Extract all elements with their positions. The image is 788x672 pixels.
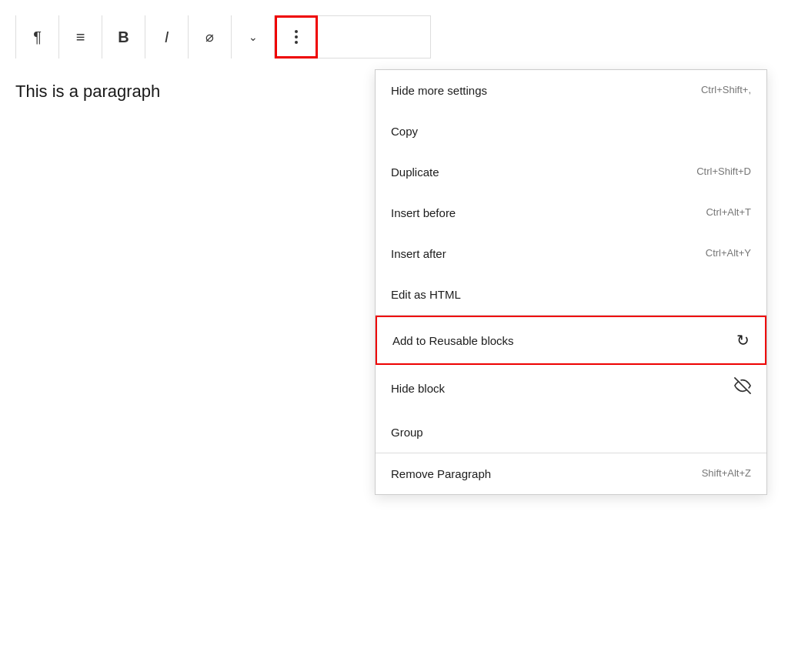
menu-item-remove-paragraph[interactable]: Remove Paragraph Shift+Alt+Z — [376, 453, 766, 494]
menu-item-duplicate[interactable]: Duplicate Ctrl+Shift+D — [376, 152, 766, 192]
menu-section-reusable: Add to Reusable blocks ↻ Hide block Grou… — [376, 316, 766, 453]
menu-item-group-label: Group — [391, 424, 423, 440]
menu-item-insert-after[interactable]: Insert after Ctrl+Alt+Y — [376, 233, 766, 274]
menu-item-remove-paragraph-label: Remove Paragraph — [391, 466, 491, 482]
italic-button[interactable]: I — [145, 15, 189, 59]
menu-section-remove: Remove Paragraph Shift+Alt+Z — [376, 453, 766, 494]
menu-item-insert-before[interactable]: Insert before Ctrl+Alt+T — [376, 192, 766, 233]
menu-item-edit-as-html[interactable]: Edit as HTML — [376, 274, 766, 315]
menu-item-hide-more-settings[interactable]: Hide more settings Ctrl+Shift+, — [376, 70, 766, 111]
paragraph-button[interactable]: ¶ — [16, 15, 59, 59]
menu-item-hide-more-settings-shortcut: Ctrl+Shift+, — [701, 83, 751, 97]
options-button[interactable] — [275, 15, 318, 59]
paragraph-icon: ¶ — [33, 28, 42, 46]
menu-item-copy[interactable]: Copy — [376, 111, 766, 152]
link-button[interactable]: ⌀ — [189, 15, 232, 59]
menu-item-remove-paragraph-shortcut: Shift+Alt+Z — [702, 466, 751, 480]
menu-item-copy-label: Copy — [391, 123, 418, 139]
italic-icon: I — [165, 28, 169, 46]
bold-button[interactable]: B — [102, 15, 145, 59]
reusable-blocks-icon: ↻ — [736, 329, 750, 351]
bold-icon: B — [118, 28, 129, 46]
menu-item-hide-more-settings-label: Hide more settings — [391, 82, 487, 99]
align-button[interactable]: ≡ — [59, 15, 102, 59]
chevron-button[interactable]: ⌄ — [232, 15, 275, 59]
menu-item-hide-block[interactable]: Hide block — [376, 365, 766, 412]
more-options-icon — [295, 30, 298, 44]
menu-item-group[interactable]: Group — [376, 412, 766, 453]
block-toolbar: ¶ ≡ B I ⌀ ⌄ — [15, 15, 431, 59]
menu-item-insert-after-shortcut: Ctrl+Alt+Y — [706, 246, 751, 260]
context-menu: Hide more settings Ctrl+Shift+, Copy Dup… — [375, 69, 767, 495]
menu-item-insert-after-label: Insert after — [391, 246, 446, 262]
menu-item-duplicate-label: Duplicate — [391, 164, 439, 180]
link-icon: ⌀ — [205, 28, 214, 45]
menu-item-add-to-reusable[interactable]: Add to Reusable blocks ↻ — [376, 316, 766, 365]
menu-item-add-to-reusable-label: Add to Reusable blocks — [392, 333, 514, 349]
menu-item-duplicate-shortcut: Ctrl+Shift+D — [696, 165, 751, 179]
menu-item-edit-as-html-label: Edit as HTML — [391, 286, 461, 303]
hide-block-icon — [734, 377, 751, 400]
menu-item-insert-before-shortcut: Ctrl+Alt+T — [706, 206, 751, 219]
menu-section-main: Hide more settings Ctrl+Shift+, Copy Dup… — [376, 70, 766, 316]
chevron-down-icon: ⌄ — [249, 31, 258, 43]
menu-item-insert-before-label: Insert before — [391, 205, 456, 221]
menu-item-hide-block-label: Hide block — [391, 380, 445, 396]
align-icon: ≡ — [76, 28, 85, 46]
